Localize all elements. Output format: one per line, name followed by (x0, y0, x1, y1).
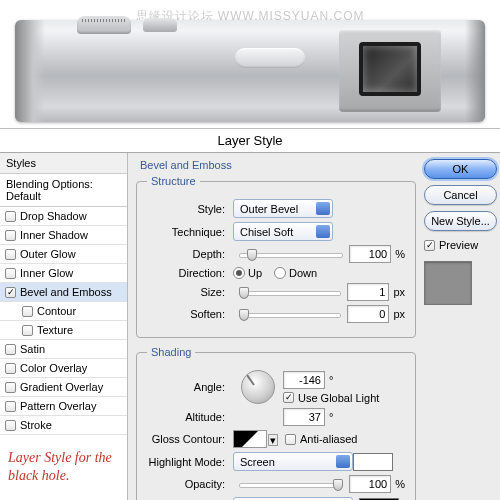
effect-label: Color Overlay (20, 362, 87, 374)
effect-label: Bevel and Emboss (20, 286, 112, 298)
effect-row-contour[interactable]: Contour (0, 302, 127, 321)
camera-dial (77, 16, 131, 34)
altitude-input[interactable]: 37 (283, 408, 325, 426)
effect-settings-panel: Bevel and Emboss Structure Style: Outer … (128, 153, 424, 500)
effect-checkbox[interactable] (5, 344, 16, 355)
effect-label: Contour (37, 305, 76, 317)
technique-select[interactable]: Chisel Soft (233, 222, 333, 241)
camera-strip (235, 48, 305, 68)
highlight-mode-select[interactable]: Screen (233, 452, 353, 471)
highlight-opacity-input[interactable]: 100 (349, 475, 391, 493)
gloss-contour-picker[interactable]: ▾ (233, 430, 267, 448)
preview-swatch (424, 261, 472, 305)
effect-label: Outer Glow (20, 248, 76, 260)
effect-checkbox[interactable] (22, 325, 33, 336)
new-style-button[interactable]: New Style... (424, 211, 497, 231)
effect-row-color-overlay[interactable]: Color Overlay (0, 359, 127, 378)
shading-legend: Shading (147, 346, 195, 358)
effect-row-satin[interactable]: Satin (0, 340, 127, 359)
panel-title: Bevel and Emboss (140, 159, 416, 171)
effect-row-outer-glow[interactable]: Outer Glow (0, 245, 127, 264)
preview-label: Preview (439, 239, 478, 251)
shading-group: Shading Angle: -146 ° ✓ Use Global Light… (136, 346, 416, 500)
depth-slider[interactable] (239, 248, 343, 260)
highlight-mode-label: Highlight Mode: (147, 456, 233, 468)
effect-row-texture[interactable]: Texture (0, 321, 127, 340)
effect-label: Texture (37, 324, 73, 336)
effect-label: Drop Shadow (20, 210, 87, 222)
effect-row-gradient-overlay[interactable]: Gradient Overlay (0, 378, 127, 397)
angle-dial[interactable] (241, 370, 275, 404)
effect-label: Inner Shadow (20, 229, 88, 241)
preview-checkbox[interactable]: ✓ (424, 240, 435, 251)
direction-down-radio[interactable] (274, 267, 286, 279)
altitude-unit: ° (329, 411, 333, 423)
size-unit: px (393, 286, 405, 298)
structure-group: Structure Style: Outer Bevel Technique: … (136, 175, 416, 338)
direction-up-radio[interactable] (233, 267, 245, 279)
effect-checkbox[interactable] (5, 268, 16, 279)
soften-input[interactable]: 0 (347, 305, 389, 323)
sidebar-header[interactable]: Styles (0, 153, 127, 174)
angle-unit: ° (329, 374, 333, 386)
highlight-color-swatch[interactable] (353, 453, 393, 471)
soften-label: Soften: (147, 308, 233, 320)
global-light-checkbox[interactable]: ✓ (283, 392, 294, 403)
effect-checkbox[interactable] (22, 306, 33, 317)
effect-row-inner-shadow[interactable]: Inner Shadow (0, 226, 127, 245)
direction-label: Direction: (147, 267, 233, 279)
size-input[interactable]: 1 (347, 283, 389, 301)
effect-checkbox[interactable] (5, 401, 16, 412)
effect-row-pattern-overlay[interactable]: Pattern Overlay (0, 397, 127, 416)
angle-label: Angle: (147, 381, 233, 393)
effect-checkbox[interactable] (5, 230, 16, 241)
effect-row-inner-glow[interactable]: Inner Glow (0, 264, 127, 283)
soften-slider[interactable] (239, 308, 341, 320)
blending-options-row[interactable]: Blending Options: Default (0, 174, 127, 207)
chevron-down-icon[interactable]: ▾ (268, 434, 278, 446)
camera-shutter (143, 18, 177, 32)
global-light-label: Use Global Light (298, 392, 379, 404)
style-label: Style: (147, 203, 233, 215)
direction-up-label: Up (248, 267, 262, 279)
effect-label: Satin (20, 343, 45, 355)
style-select[interactable]: Outer Bevel (233, 199, 333, 218)
effect-checkbox[interactable]: ✓ (5, 287, 16, 298)
camera-viewfinder (339, 30, 441, 112)
anti-aliased-label: Anti-aliased (300, 433, 357, 445)
effect-checkbox[interactable] (5, 363, 16, 374)
effect-label: Inner Glow (20, 267, 73, 279)
technique-label: Technique: (147, 226, 233, 238)
structure-legend: Structure (147, 175, 200, 187)
soften-unit: px (393, 308, 405, 320)
angle-input[interactable]: -146 (283, 371, 325, 389)
size-label: Size: (147, 286, 233, 298)
size-slider[interactable] (239, 286, 341, 298)
anti-aliased-checkbox[interactable] (285, 434, 296, 445)
highlight-opacity-label: Opacity: (147, 478, 233, 490)
effect-row-drop-shadow[interactable]: Drop Shadow (0, 207, 127, 226)
effect-checkbox[interactable] (5, 211, 16, 222)
effect-checkbox[interactable] (5, 420, 16, 431)
effect-label: Gradient Overlay (20, 381, 103, 393)
effect-row-bevel-and-emboss[interactable]: ✓Bevel and Emboss (0, 283, 127, 302)
dialog-buttons: OK Cancel New Style... ✓ Preview (424, 153, 500, 500)
viewfinder-hole (359, 42, 421, 96)
effect-checkbox[interactable] (5, 249, 16, 260)
depth-input[interactable]: 100 (349, 245, 391, 263)
depth-label: Depth: (147, 248, 233, 260)
highlight-opacity-slider[interactable] (239, 478, 343, 490)
layer-style-dialog: Styles Blending Options: Default Drop Sh… (0, 152, 500, 500)
effect-checkbox[interactable] (5, 382, 16, 393)
direction-down-label: Down (289, 267, 317, 279)
annotation-text: Layer Style for the black hole. (0, 435, 127, 499)
cancel-button[interactable]: Cancel (424, 185, 497, 205)
camera-illustration (15, 20, 485, 122)
effect-label: Pattern Overlay (20, 400, 96, 412)
effect-row-stroke[interactable]: Stroke (0, 416, 127, 435)
highlight-opacity-unit: % (395, 478, 405, 490)
altitude-label: Altitude: (147, 411, 233, 423)
ok-button[interactable]: OK (424, 159, 497, 179)
gloss-contour-label: Gloss Contour: (147, 433, 233, 445)
effect-label: Stroke (20, 419, 52, 431)
